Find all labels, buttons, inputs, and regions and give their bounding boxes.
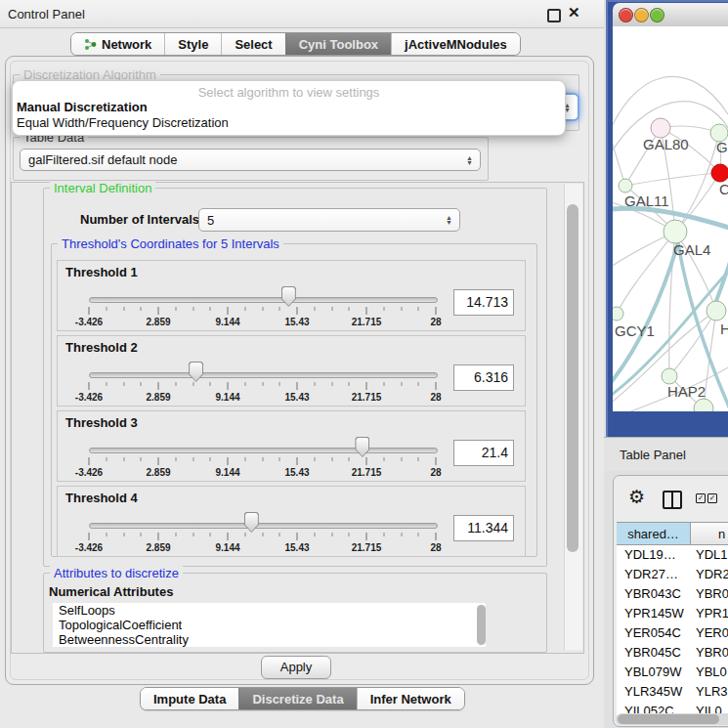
number-of-intervals-label: Number of Intervals xyxy=(80,212,199,227)
tab-select[interactable]: Select xyxy=(221,33,284,55)
gear-icon[interactable]: ⚙ xyxy=(628,486,645,508)
threshold-value-field[interactable]: 21.4 xyxy=(453,440,514,466)
slider-thumb[interactable] xyxy=(189,362,203,382)
tick-label: 28 xyxy=(430,467,441,478)
slider-track[interactable] xyxy=(89,523,438,529)
threshold-slider[interactable]: -3.4262.8599.14415.4321.71528 xyxy=(81,433,445,478)
algorithm-option-equal-width-frequency-discretization[interactable]: Equal Width/Frequency Discretization xyxy=(16,115,562,131)
network-node-h[interactable] xyxy=(707,301,726,321)
threshold-slider[interactable]: -3.4262.8599.14415.4321.71528 xyxy=(81,358,445,403)
slider-thumb[interactable] xyxy=(244,512,259,533)
tab-infer-network[interactable]: Infer Network xyxy=(357,688,464,709)
tab-jactivemnodules[interactable]: jActiveMNodules xyxy=(391,33,520,55)
float-window-icon[interactable] xyxy=(547,9,561,22)
panel-title: Control Panel xyxy=(8,7,85,21)
slider-thumb[interactable] xyxy=(355,437,369,457)
minimize-light-icon[interactable] xyxy=(634,8,649,22)
network-edge[interactable] xyxy=(617,232,675,314)
list-scrollbar-thumb[interactable] xyxy=(477,605,486,645)
table-row[interactable]: YER054CYER0 xyxy=(617,623,728,643)
tick-mark xyxy=(297,307,298,315)
zoom-light-icon[interactable] xyxy=(650,8,664,22)
network-node-gal11[interactable] xyxy=(619,179,632,193)
checkbox-icon-2[interactable]: ✓ xyxy=(707,493,717,503)
network-edge[interactable] xyxy=(613,119,625,186)
network-node-gcy1[interactable] xyxy=(613,307,623,321)
tab-style[interactable]: Style xyxy=(164,33,221,55)
attribute-item-betweennesscentrality[interactable]: BetweennessCentrality xyxy=(53,632,486,647)
tab-label: Discretize Data xyxy=(252,692,343,707)
cell-shared-name: YDR27… xyxy=(617,565,690,584)
tick-mark xyxy=(244,457,245,461)
tab-label: jActiveMNodules xyxy=(405,37,507,52)
tab-discretize-data[interactable]: Discretize Data xyxy=(238,688,356,709)
apply-button[interactable]: Apply xyxy=(261,656,331,679)
network-node-gal80[interactable] xyxy=(651,118,670,138)
network-node-hap2[interactable] xyxy=(662,368,677,384)
tick-mark xyxy=(193,533,193,536)
cell-shared-name: YBL079W xyxy=(617,663,690,682)
slider-track[interactable] xyxy=(89,448,438,453)
threshold-slider[interactable]: -3.4262.8599.14415.4321.71528 xyxy=(81,508,445,553)
close-light-icon[interactable] xyxy=(619,8,633,22)
vertical-scrollbar[interactable] xyxy=(564,184,582,650)
network-edge-highlighted[interactable] xyxy=(716,249,728,301)
table-data-combo[interactable]: galFiltered.sif default node ▲▼ xyxy=(20,149,481,171)
tick-mark xyxy=(262,382,263,386)
dropdown-options: Manual DiscretizationEqual Width/Frequen… xyxy=(16,100,562,131)
tick-mark xyxy=(383,307,384,311)
network-node-c[interactable] xyxy=(711,164,728,182)
node-label: GAL4 xyxy=(673,241,710,258)
scrollbar-thumb[interactable] xyxy=(618,714,719,724)
network-canvas[interactable]: GAL80GCGAL11GAL4GCY1HHAP2 xyxy=(613,26,728,411)
network-window-titlebar[interactable] xyxy=(613,3,728,27)
attribute-item-selfloops[interactable]: SelfLoops xyxy=(53,603,486,618)
slider-ticks xyxy=(89,533,436,541)
number-of-intervals-combo[interactable]: 5 ▲▼ xyxy=(198,208,460,232)
close-icon[interactable]: ✕ xyxy=(568,4,580,21)
tick-mark xyxy=(141,382,142,386)
table-row[interactable]: YDR27…YDR2 xyxy=(617,565,728,584)
table-row[interactable]: YPR145WYPR1 xyxy=(617,604,728,623)
tab-cyni-toolbox[interactable]: Cyni Toolbox xyxy=(285,33,391,55)
checkbox-icon-1[interactable]: ✓ xyxy=(696,493,706,503)
horizontal-scrollbar[interactable] xyxy=(616,713,728,725)
network-edge[interactable] xyxy=(669,311,716,376)
column-header-name[interactable]: n xyxy=(691,523,728,544)
tick-mark xyxy=(89,533,90,540)
network-node-gal4[interactable] xyxy=(664,220,687,243)
tick-mark xyxy=(331,533,332,536)
threshold-slider[interactable]: -3.4262.8599.14415.4321.71528 xyxy=(81,282,445,327)
slider-tick-labels: -3.4262.8599.14415.4321.71528 xyxy=(89,542,436,554)
tick-mark xyxy=(349,382,350,386)
group-title: Attributes to discretize xyxy=(50,566,183,580)
tick-mark xyxy=(436,382,437,390)
stepper-arrows-icon[interactable]: ▲▼ xyxy=(466,155,473,165)
tick-mark xyxy=(366,533,367,540)
table-row[interactable]: YBR043CYBR0 xyxy=(617,584,728,604)
table-row[interactable]: YBL079WYBL0 xyxy=(617,663,728,682)
tick-label: 2.859 xyxy=(146,392,170,403)
stepper-arrows-icon[interactable]: ▲▼ xyxy=(446,215,452,225)
table-row[interactable]: YBR045CYBR0 xyxy=(617,643,728,663)
tab-network[interactable]: Network xyxy=(71,33,164,55)
table-row[interactable]: YDL19…YDL1 xyxy=(617,545,728,565)
table-row[interactable]: YLR345WYLR3 xyxy=(617,682,728,702)
column-header-shared-name[interactable]: shared… xyxy=(617,523,691,544)
threshold-value-field[interactable]: 14.713 xyxy=(453,289,514,316)
algorithm-option-manual-discretization[interactable]: Manual Discretization xyxy=(16,100,562,115)
tab-impute-data[interactable]: Impute Data xyxy=(141,688,238,709)
network-node-unlabeled[interactable] xyxy=(694,399,713,411)
slider-track[interactable] xyxy=(89,372,438,378)
threshold-value-field[interactable]: 11.344 xyxy=(453,515,514,541)
table-data-value: galFiltered.sif default node xyxy=(28,152,177,167)
slider-track[interactable] xyxy=(89,297,438,303)
attribute-item-topologicalcoefficient[interactable]: TopologicalCoefficient xyxy=(53,618,486,632)
tick-mark xyxy=(436,533,437,540)
scrollbar-thumb[interactable] xyxy=(567,204,578,552)
tick-mark xyxy=(366,457,367,465)
slider-thumb[interactable] xyxy=(281,286,296,307)
tick-mark xyxy=(158,382,159,390)
split-view-icon[interactable] xyxy=(663,491,682,509)
threshold-value-field[interactable]: 6.316 xyxy=(453,364,514,391)
